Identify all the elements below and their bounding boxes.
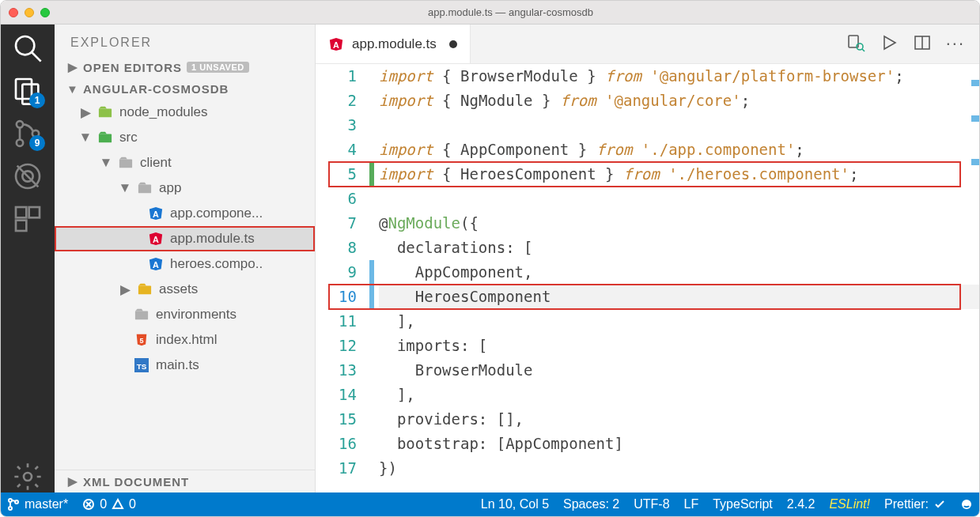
status-feedback-icon[interactable] xyxy=(960,498,973,511)
svg-text:A: A xyxy=(153,235,159,244)
sidebar-title: EXPLORER xyxy=(55,25,315,56)
editor-tab[interactable]: A app.module.ts xyxy=(316,25,471,63)
status-spaces[interactable]: Spaces: 2 xyxy=(563,497,619,511)
settings-gear-icon[interactable] xyxy=(12,461,44,492)
tab-bar: A app.module.ts ··· xyxy=(316,25,979,64)
modified-dot-icon xyxy=(449,40,457,48)
open-editors-label: OPEN EDITORS xyxy=(83,61,182,74)
tree-node-app[interactable]: ▼ app xyxy=(55,175,315,201)
debug-icon[interactable] xyxy=(12,160,44,192)
tab-actions: ··· xyxy=(846,33,979,55)
unsaved-pill: 1 UNSAVED xyxy=(187,62,249,73)
tree-node-index-html[interactable]: 5 index.html xyxy=(55,327,315,353)
svg-rect-17 xyxy=(138,185,151,194)
tree-node-app-component[interactable]: A app.compone... xyxy=(55,201,315,226)
open-changes-icon[interactable] xyxy=(846,33,865,55)
svg-point-5 xyxy=(17,140,23,146)
status-lang[interactable]: TypeScript xyxy=(713,497,773,511)
svg-rect-14 xyxy=(99,109,112,118)
file-tree: ▶ node_modules ▼ src ▼ client ▼ xyxy=(55,100,315,470)
source[interactable]: import { BrowserModule } from '@angular/… xyxy=(371,64,979,492)
tree-node-main-ts[interactable]: TS main.ts xyxy=(55,353,315,378)
svg-line-1 xyxy=(32,52,41,62)
status-bar: master* 0 0 Ln 10, Col 5 Spaces: 2 UTF-8… xyxy=(1,492,979,516)
editor: A app.module.ts ··· 1234 5678 9101112 13… xyxy=(316,25,979,492)
svg-point-32 xyxy=(9,499,12,502)
minimize-button[interactable] xyxy=(25,8,34,17)
zoom-button[interactable] xyxy=(40,8,50,17)
tree-node-client[interactable]: ▼ client xyxy=(55,150,315,175)
gutter: 1234 5678 9101112 13141516 17 xyxy=(316,64,371,492)
split-editor-icon[interactable] xyxy=(913,33,932,55)
svg-text:A: A xyxy=(153,209,159,219)
more-actions-icon[interactable]: ··· xyxy=(946,33,965,55)
angular-component-icon: A xyxy=(148,256,164,272)
status-encoding[interactable]: UTF-8 xyxy=(634,497,669,511)
svg-line-29 xyxy=(862,49,865,51)
svg-point-38 xyxy=(962,500,971,509)
status-lncol[interactable]: Ln 10, Col 5 xyxy=(481,497,549,511)
root-section[interactable]: ▼ ANGULAR-COSMOSDB xyxy=(55,78,315,100)
close-button[interactable] xyxy=(9,8,18,17)
root-label: ANGULAR-COSMOSDB xyxy=(83,82,229,96)
svg-text:TS: TS xyxy=(137,362,147,371)
svg-text:A: A xyxy=(333,40,339,49)
titlebar: app.module.ts — angular-cosmosdb xyxy=(1,1,979,25)
sidebar: EXPLORER ▶ OPEN EDITORS 1 UNSAVED ▼ ANGU… xyxy=(55,25,316,492)
svg-rect-10 xyxy=(16,207,26,217)
svg-rect-2 xyxy=(16,79,32,99)
folder-icon xyxy=(134,307,149,323)
tree-node-app-module[interactable]: A app.module.ts xyxy=(55,226,315,251)
html-icon: 5 xyxy=(134,332,149,348)
tree-node-environments[interactable]: environments xyxy=(55,302,315,327)
search-icon[interactable] xyxy=(12,32,44,64)
tree-node-heroes-component[interactable]: A heroes.compo.. xyxy=(55,251,315,277)
angular-component-icon: A xyxy=(148,206,164,221)
status-version[interactable]: 2.4.2 xyxy=(787,497,815,511)
folder-src-icon xyxy=(97,130,113,145)
window-title: app.module.ts — angular-cosmosdb xyxy=(50,6,971,18)
status-branch[interactable]: master* xyxy=(7,497,68,511)
svg-rect-21 xyxy=(138,286,151,295)
explorer-icon[interactable]: 1 xyxy=(12,75,44,107)
explorer-badge: 1 xyxy=(29,92,45,108)
angular-module-icon: A xyxy=(148,231,164,247)
run-icon[interactable] xyxy=(880,33,899,55)
xml-document-section[interactable]: ▶ XML DOCUMENT xyxy=(55,470,315,492)
xml-label: XML DOCUMENT xyxy=(83,475,189,489)
svg-point-39 xyxy=(964,503,966,504)
svg-point-13 xyxy=(24,473,32,481)
window: app.module.ts — angular-cosmosdb 1 9 xyxy=(0,0,980,517)
scm-icon[interactable]: 9 xyxy=(12,118,44,149)
code-area[interactable]: 1234 5678 9101112 13141516 17 import { B… xyxy=(316,64,979,492)
svg-point-40 xyxy=(967,503,969,504)
angular-module-icon: A xyxy=(328,36,344,52)
traffic-lights xyxy=(9,8,50,17)
svg-rect-16 xyxy=(119,160,132,168)
svg-text:5: 5 xyxy=(139,337,143,345)
folder-icon xyxy=(118,155,134,171)
extensions-icon[interactable] xyxy=(12,203,44,235)
scm-badge: 9 xyxy=(29,135,45,151)
svg-rect-22 xyxy=(135,311,148,320)
main-area: 1 9 EXPLORER ▶ OPEN EDITORS 1 UNS xyxy=(1,25,979,492)
tab-filename: app.module.ts xyxy=(352,36,437,52)
status-eol[interactable]: LF xyxy=(684,497,699,511)
open-editors-section[interactable]: ▶ OPEN EDITORS 1 UNSAVED xyxy=(55,56,315,78)
svg-point-0 xyxy=(16,36,34,55)
status-problems[interactable]: 0 0 xyxy=(82,497,136,511)
tree-node-src[interactable]: ▼ src xyxy=(55,125,315,150)
svg-text:A: A xyxy=(153,260,159,270)
svg-rect-12 xyxy=(16,221,26,231)
svg-rect-11 xyxy=(29,207,40,217)
status-eslint[interactable]: ESLint! xyxy=(829,497,870,511)
svg-rect-15 xyxy=(99,134,112,143)
tree-node-assets[interactable]: ▶ assets xyxy=(55,277,315,302)
folder-nm-icon xyxy=(97,104,113,120)
overview-ruler[interactable] xyxy=(968,64,979,492)
status-prettier[interactable]: Prettier: xyxy=(884,497,946,511)
svg-line-9 xyxy=(17,166,39,187)
folder-assets-icon xyxy=(137,281,153,297)
svg-point-4 xyxy=(17,121,23,127)
tree-node-node_modules[interactable]: ▶ node_modules xyxy=(55,100,315,125)
